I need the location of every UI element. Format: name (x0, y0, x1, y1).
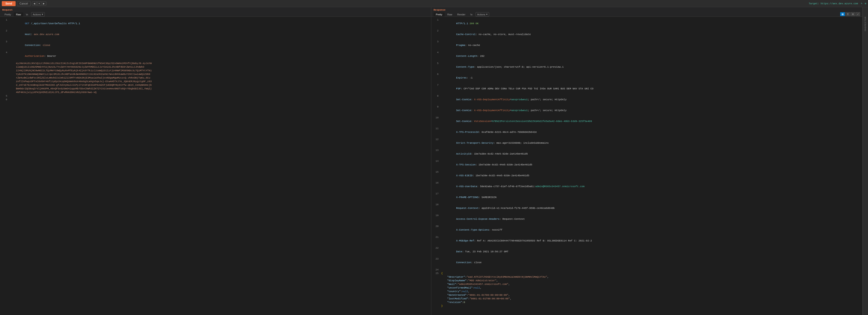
table-row: 12 Strict-Transport-Security: max-age=31… (431, 138, 862, 148)
table-row: 17 X-FRAME-OPTIONS: SAMEORIGIN (431, 192, 862, 203)
table-row: 22 Date: Tue, 23 Feb 2021 10:56:27 GMT (431, 246, 862, 257)
table-row: "lastModified":"0001-01-01T00:00:00+00:0… (431, 297, 862, 300)
table-row: "displayName":"MOD Administrator", (431, 279, 862, 282)
table-row: Yy0zOTk1OWVmNWQ3NWYiLCJpc3MiOiJhcHBfaXdk… (0, 73, 431, 76)
response-actions-chevron-icon: ▾ (486, 13, 488, 16)
table-row: 5 (0, 94, 431, 98)
table-row: 4 Authorization: Bearer (0, 51, 431, 62)
request-tab-bar: Pretty Raw \n Actions ▾ (2, 12, 429, 17)
cancel-button[interactable]: Cancel (17, 1, 30, 6)
tab-request-raw[interactable]: Raw (14, 12, 23, 17)
table-row: 9 Set-Cookie: X-VSS-DeploymentAffinity=a… (431, 105, 862, 116)
table-row: 20 X-Content-Type-Options: nosniff (431, 225, 862, 235)
edit-icon[interactable]: ✎ (861, 2, 862, 5)
tab-request-pretty[interactable]: Pretty (2, 12, 13, 17)
request-title: Request (2, 8, 429, 11)
response-title: Response (434, 8, 860, 11)
table-row: "revision":0 (431, 300, 862, 304)
target-url: Target: https://aex.dev.azure.com ✎ ⚙ (809, 2, 866, 5)
response-panel: Response Pretty Raw Render \n Actions ▾ … (431, 7, 863, 315)
table-row: 6 (0, 98, 431, 102)
actions-chevron-icon: ▾ (42, 13, 43, 16)
table-row: 19 Access-Control-Expose-Headers: Reques… (431, 213, 862, 225)
table-row: 11 X-TFS-ProcessId: 6caf8e9e-6215-46c4-a… (431, 127, 862, 138)
table-row: "mail":"adminM365x343457.onmicrosoft.com… (431, 282, 862, 286)
next-button[interactable]: ▶ (41, 2, 46, 5)
table-row: 5 Content-Type: application/json; charse… (431, 62, 862, 73)
table-row: 13 ActivityId: 1be7a38e-6cd2-44e5-92de-2… (431, 148, 862, 159)
response-code-area[interactable]: 1 HTTP/1.1 200 OK 2 Cache-Control: no-ca… (431, 17, 862, 315)
view-expand-button[interactable]: ⤢ (856, 12, 860, 16)
table-row: 1 GET /_apis/User/UserDefaults HTTP/1.1 (0, 18, 431, 29)
request-panel-header: Request Pretty Raw \n Actions ▾ (0, 7, 431, 17)
table-row: 3 Connection: close (0, 40, 431, 51)
target-prefix: Target: (809, 2, 821, 5)
table-row: } (431, 304, 862, 308)
table-row: 4 Content-Length: 282 (431, 51, 862, 62)
table-row: "dateCreated":"0001-01-01T00:00:00+00:00… (431, 293, 862, 297)
view-list-button[interactable]: ☰ (845, 12, 850, 16)
table-row: "unconfirmedMail":null, (431, 286, 862, 290)
table-row: 21 X-MSEdge-Ref: Ref A: A6A15CC1C8044477… (431, 235, 862, 246)
tab-response-raw[interactable]: Raw (445, 12, 455, 17)
nav-dropdown-button[interactable]: ▾ (37, 2, 41, 5)
table-row: 2 Host: aex.dev.azure.com (0, 29, 431, 40)
table-row: 24 (431, 268, 862, 271)
response-actions-button[interactable]: Actions ▾ (475, 12, 489, 17)
tab-request-newline[interactable]: \n (24, 12, 30, 17)
request-actions-button[interactable]: Actions ▾ (31, 12, 45, 17)
table-row: eyJ0eXAiOiJKV1QiLCJhbGciOiJSUzI1NiIsIng1… (0, 62, 431, 65)
table-row: BmHbGrZQCBoqZrVljHkOFM_46nQF3xGzbmO4iqqo… (0, 87, 431, 90)
response-panel-header: Response Pretty Raw Render \n Actions ▾ … (431, 7, 862, 17)
table-row: 3 Pragma: no-cache (431, 40, 862, 51)
sidebar-label: INSPECTOR (864, 16, 867, 31)
target-url-value: https://aex.dev.azure.com (821, 2, 858, 5)
table-row: 8 Set-Cookie: X-VSS-DeploymentAffinity=a… (431, 94, 862, 105)
view-table-button[interactable]: ⊞ (850, 12, 855, 16)
table-row: 18 Request-Context: appId=cid-v1:4ca7a41… (431, 203, 862, 213)
table-row: 16 X-VSS-UserData: 58e92a8a-c757-61ef-bf… (431, 181, 862, 192)
table-row: "descriptor":"aad.NThlOTJhOGEtYzclNy03MW… (431, 275, 862, 279)
table-row: 15 X-VSS-E2EID: 1be7a38e-6cd2-44e5-92de-… (431, 170, 862, 181)
actions-label: Actions (33, 13, 41, 16)
table-row: 14 X-TFS-Session: 1be7a38e-6cd2-44e5-92d… (431, 159, 862, 170)
table-row: 1laWQiOiI1OGU5MmE4YS1jNzU3LTYxZWYtYmY0OS… (0, 65, 431, 69)
tab-response-render[interactable]: Render (455, 12, 468, 17)
nav-arrows: ◀ ▾ ▶ (32, 2, 46, 5)
table-row: 6 Expires: -1 (431, 73, 862, 83)
tab-response-pretty[interactable]: Pretty (434, 12, 445, 17)
table-row: "country":null, (431, 290, 862, 293)
table-row: 23 Connection: close (431, 257, 862, 268)
request-code-area[interactable]: 1 GET /_apis/User/UserDefaults HTTP/1.1 … (0, 17, 431, 315)
table-row: rZW4udmlzdWFsc3RlZGlvLmNvbSIsIm5iZiI6MTY… (0, 76, 431, 80)
table-row: 4kP4KXsjviyyXPAIpVDhEid1XLtFS_dPvMkKd9Hi… (0, 90, 431, 94)
table-row: 2 Cache-Control: no-cache, no-store, mus… (431, 29, 862, 40)
prev-button[interactable]: ◀ (32, 2, 37, 5)
send-button[interactable]: Send (2, 1, 16, 6)
table-row: znfIlkPwpzOPTnCGVOHY46fitpEpt9cqGHQUmmV9… (0, 80, 431, 83)
view-grid-button[interactable]: ▦ (840, 12, 845, 16)
response-tab-bar: Pretty Raw Render \n Actions ▾ ▦ ☰ ⊞ ⤢ (434, 12, 860, 17)
tab-response-newline[interactable]: \n (468, 12, 475, 17)
table-row: iI4NjI3MzNjNC0wNGI2LTQzMmYtOWQyNy0xMTEyN… (0, 69, 431, 73)
request-panel: Request Pretty Raw \n Actions ▾ 1 GET /_… (0, 7, 431, 315)
main-content: Request Pretty Raw \n Actions ▾ 1 GET /_… (0, 7, 868, 315)
table-row: 2_zH7sE7EzeUBnglkAkTMASIK9-gfJUInyKaJJJi… (0, 83, 431, 87)
table-row: 1 HTTP/1.1 200 OK (431, 18, 862, 29)
table-row: 7 P3P: CP="CAO DSP COR ADMa DEV CONo TEL… (431, 83, 862, 94)
table-row: 25 { (431, 271, 862, 275)
response-actions-label: Actions (477, 13, 485, 16)
inspector-sidebar: INSPECTOR (863, 7, 868, 315)
table-row: 10 Set-Cookie: VstsSession=%7B%22Persist… (431, 116, 862, 127)
settings-icon[interactable]: ⚙ (865, 2, 866, 5)
toolbar: Send Cancel ◀ ▾ ▶ Target: https://aex.de… (0, 0, 868, 7)
